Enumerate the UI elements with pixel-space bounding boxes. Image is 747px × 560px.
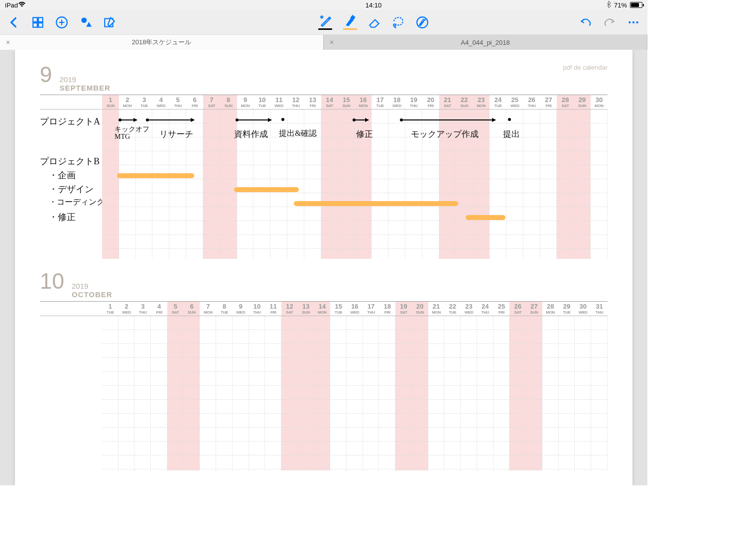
day-header: 23MON (473, 95, 490, 109)
day-header: 14SAT (321, 95, 338, 109)
bar-plan (117, 173, 194, 178)
highlighter-tool[interactable] (343, 14, 357, 30)
eraser-tool[interactable] (368, 16, 381, 29)
day-column (523, 110, 540, 259)
day-column (494, 316, 510, 470)
day-header: 21MON (428, 302, 445, 316)
day-column (575, 316, 591, 470)
day-column (119, 316, 135, 470)
close-icon[interactable]: × (330, 38, 334, 46)
day-header: 12SAT (281, 302, 298, 316)
edit-button[interactable] (103, 16, 116, 29)
day-header: 17TUE (372, 95, 388, 109)
arrow-fix (354, 119, 369, 120)
arrow-materials (237, 119, 271, 120)
day-column (509, 316, 526, 470)
kickoff-text: キックオフ MTG (115, 125, 149, 141)
project-b-label: プロジェクトB (40, 155, 100, 167)
day-column (574, 110, 591, 259)
day-header: 11FRI (265, 302, 281, 316)
undo-button[interactable] (579, 16, 592, 29)
month-number: 9 (40, 62, 52, 87)
day-header: 7SAT (203, 95, 220, 109)
month-year: 2019 (59, 75, 110, 84)
day-column (388, 110, 405, 259)
day-header: 12THU (287, 95, 304, 109)
thumbnails-button[interactable] (31, 16, 44, 29)
day-header: 24TUE (490, 95, 506, 109)
fix2-label: ・修正 (49, 211, 76, 223)
canvas[interactable]: pdf de calendar 9 2019 SEPTEMBER 1SUN2MO… (0, 50, 647, 485)
mockup-text: モックアップ作成 (411, 128, 479, 140)
tab-a4[interactable]: × A4_044_pi_2018 (324, 35, 647, 50)
month-name: OCTOBER (72, 290, 113, 299)
tab-schedule[interactable]: × 2018年スケジュール (0, 35, 324, 50)
day-header: 2WED (119, 302, 135, 316)
svg-point-12 (628, 21, 630, 23)
day-header: 5SAT (167, 302, 184, 316)
day-column (200, 316, 216, 470)
day-header: 25FRI (494, 302, 510, 316)
day-header: 21SAT (439, 95, 456, 109)
day-column (363, 316, 379, 470)
day-column (444, 316, 461, 470)
day-header: 20SUN (412, 302, 428, 316)
day-header: 26SAT (509, 302, 526, 316)
day-column (184, 316, 200, 470)
day-column (338, 110, 355, 259)
day-header: 10THU (249, 302, 265, 316)
more-button[interactable] (627, 16, 640, 29)
day-column (330, 316, 347, 470)
day-column (314, 316, 331, 470)
day-header: 22TUE (444, 302, 461, 316)
svg-point-14 (636, 21, 638, 23)
month-year: 2019 (72, 282, 113, 290)
day-header: 9WED (233, 302, 249, 316)
bar-fix (466, 215, 505, 220)
day-header: 30MON (591, 95, 608, 109)
watermark: pdf de calendar (563, 64, 608, 71)
day-column (216, 316, 233, 470)
month-october: 10 2019 OCTOBER 1TUE2WED3THU4FRI5SAT6SUN… (40, 269, 608, 470)
day-header: 8SUN (220, 95, 237, 109)
day-header: 13SUN (298, 302, 314, 316)
day-header: 2MON (119, 95, 136, 109)
day-column (591, 316, 608, 470)
day-header: 4WED (152, 95, 169, 109)
materials-text: 資料作成 (234, 128, 268, 140)
day-header: 1SUN (102, 95, 119, 109)
add-button[interactable] (55, 16, 68, 29)
day-column (542, 316, 559, 470)
day-header: 27SUN (526, 302, 542, 316)
readonly-tool[interactable] (416, 16, 429, 29)
shapes-button[interactable] (79, 16, 92, 29)
day-header: 19THU (405, 95, 422, 109)
day-column (167, 316, 184, 470)
day-header: 28MON (542, 302, 559, 316)
day-column (134, 316, 151, 470)
back-button[interactable] (7, 16, 20, 29)
day-header: 11WED (270, 95, 287, 109)
day-column (347, 316, 363, 470)
day-header: 20FRI (422, 95, 439, 109)
lasso-tool[interactable] (392, 16, 405, 29)
day-header: 23WED (461, 302, 477, 316)
svg-rect-2 (33, 23, 37, 27)
day-column (557, 110, 574, 259)
day-header: 28SAT (557, 95, 574, 109)
close-icon[interactable]: × (6, 38, 10, 46)
day-column (321, 110, 338, 259)
svg-rect-1 (38, 17, 43, 22)
day-header: 25WED (506, 95, 523, 109)
redo-button (603, 16, 616, 29)
document-page[interactable]: pdf de calendar 9 2019 SEPTEMBER 1SUN2MO… (15, 50, 632, 485)
day-header: 3THU (134, 302, 151, 316)
day-header: 6SUN (184, 302, 200, 316)
day-header: 18WED (388, 95, 405, 109)
battery-percent: 71% (614, 1, 627, 9)
day-column (281, 316, 298, 470)
day-column (591, 110, 608, 259)
pen-tool[interactable]: ✱ (318, 14, 332, 30)
tab-label: A4_044_pi_2018 (461, 39, 509, 46)
day-header: 6FRI (186, 95, 203, 109)
